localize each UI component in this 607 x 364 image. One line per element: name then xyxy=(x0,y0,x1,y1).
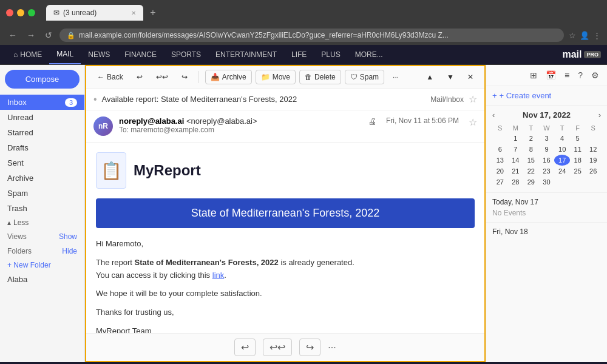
calendar-day[interactable]: 1 xyxy=(508,133,524,144)
calendar-day[interactable]: 18 xyxy=(570,155,586,166)
calendar-day[interactable]: 15 xyxy=(523,155,539,166)
minimize-button[interactable] xyxy=(17,9,24,16)
nav-item-home[interactable]: ⌂ HOME xyxy=(6,46,49,64)
sidebar-item-sent[interactable]: Sent xyxy=(0,155,84,170)
sidebar-item-archive[interactable]: Archive xyxy=(0,170,84,186)
nav-item-mail[interactable]: MAIL xyxy=(49,45,81,64)
forward-button[interactable]: → xyxy=(24,29,38,41)
cal-grid-view-button[interactable]: ⊞ xyxy=(527,69,540,82)
calendar-day[interactable]: 12 xyxy=(585,144,601,155)
archive-button[interactable]: 📥 Archive xyxy=(205,70,252,84)
menu-icon[interactable]: ⋮ xyxy=(593,31,601,40)
sidebar-item-drafts[interactable]: Drafts xyxy=(0,140,84,155)
nav-item-entertainment[interactable]: ENTERTAINMENT xyxy=(208,46,284,64)
url-bar[interactable]: 🔒 mail.example.com/folders/messages/AISO… xyxy=(59,29,564,42)
move-button[interactable]: 📁 Move xyxy=(256,70,296,84)
create-event-button[interactable]: + + Create event xyxy=(486,86,607,106)
nav-item-life[interactable]: LIFE xyxy=(284,46,314,64)
calendar-day[interactable]: 5 xyxy=(570,133,586,144)
calendar-day[interactable]: 13 xyxy=(492,155,508,166)
calendar-day[interactable]: 3 xyxy=(539,133,555,144)
less-button[interactable]: ▴ Less xyxy=(0,216,84,229)
close-button[interactable] xyxy=(6,9,13,16)
calendar-day[interactable]: 9 xyxy=(539,144,555,155)
footer-forward-button[interactable]: ↪ xyxy=(299,339,320,356)
reply-all-icon[interactable]: ↩↩ xyxy=(151,70,173,84)
calendar-day[interactable]: 14 xyxy=(508,155,524,166)
report-title: MyReport xyxy=(134,162,201,179)
cal-list-view-button[interactable]: ≡ xyxy=(561,69,572,82)
access-link[interactable]: link xyxy=(212,271,225,280)
reply-back-icon[interactable]: ↩ xyxy=(132,70,148,84)
report-banner-text: State of Mediterranean's Forests, 2022 xyxy=(191,207,380,219)
calendar-day[interactable]: 27 xyxy=(492,177,508,187)
nav-item-more[interactable]: MORE... xyxy=(348,46,390,64)
cal-help-button[interactable]: ? xyxy=(575,69,586,82)
cal-header-t2: T xyxy=(554,123,570,133)
folders-hide-button[interactable]: Hide xyxy=(62,247,77,255)
calendar-day[interactable]: 30 xyxy=(539,177,555,187)
refresh-button[interactable]: ↺ xyxy=(42,29,55,41)
calendar-day[interactable]: 23 xyxy=(539,166,555,177)
expand-down-icon[interactable]: ▼ xyxy=(442,70,459,84)
bookmark-icon[interactable]: ☆ xyxy=(569,31,576,40)
nav-item-finance[interactable]: FINANCE xyxy=(117,46,164,64)
nav-item-sports[interactable]: SPORTS xyxy=(164,46,208,64)
print-icon[interactable]: 🖨 xyxy=(368,116,376,126)
close-email-button[interactable]: ✕ xyxy=(463,70,478,84)
calendar-day[interactable]: 2 xyxy=(523,133,539,144)
add-tab-button[interactable]: + xyxy=(146,5,160,20)
back-to-list-button[interactable]: ← Back xyxy=(92,70,128,84)
calendar-day[interactable]: 25 xyxy=(570,166,586,177)
active-tab[interactable]: ✉ (3 unread) ✕ xyxy=(46,5,143,21)
new-folder-button[interactable]: + New Folder xyxy=(0,258,84,272)
sidebar-item-alaba[interactable]: Alaba xyxy=(0,272,84,287)
nav-item-plus[interactable]: PLUS xyxy=(314,46,347,64)
star-icon[interactable]: ☆ xyxy=(469,93,477,105)
unread-dot: • xyxy=(93,94,97,105)
calendar-day[interactable]: 21 xyxy=(508,166,524,177)
calendar-day[interactable]: 7 xyxy=(508,144,524,155)
cal-settings-button[interactable]: ⚙ xyxy=(588,69,602,82)
sidebar-item-starred[interactable]: Starred xyxy=(0,125,84,140)
footer-reply-button[interactable]: ↩ xyxy=(234,339,256,356)
calendar-day[interactable]: 16 xyxy=(539,155,555,166)
email-panel: ← Back ↩ ↩↩ ↪ 📥 Archive 📁 Move 🗑 Delete … xyxy=(85,65,486,362)
footer-reply-all-button[interactable]: ↩↩ xyxy=(263,339,292,356)
calendar-day[interactable]: 8 xyxy=(523,144,539,155)
delete-button[interactable]: 🗑 Delete xyxy=(299,70,341,84)
cal-month-view-button[interactable]: 📅 xyxy=(543,69,559,82)
maximize-button[interactable] xyxy=(28,9,35,16)
back-button[interactable]: ← xyxy=(6,29,19,41)
calendar-day[interactable]: 28 xyxy=(508,177,524,187)
cal-next-button[interactable]: › xyxy=(599,110,601,120)
calendar-day[interactable]: 24 xyxy=(554,166,570,177)
calendar-day[interactable]: 11 xyxy=(570,144,586,155)
views-show-button[interactable]: Show xyxy=(59,232,77,241)
footer-more-button[interactable]: ··· xyxy=(328,342,336,353)
more-options-button[interactable]: ··· xyxy=(388,70,404,84)
calendar-day[interactable]: 26 xyxy=(585,166,601,177)
calendar-day[interactable]: 17 xyxy=(554,155,570,166)
calendar-day[interactable]: 22 xyxy=(523,166,539,177)
sidebar-item-unread[interactable]: Unread xyxy=(0,110,84,125)
expand-up-icon[interactable]: ▲ xyxy=(421,70,438,84)
calendar-day[interactable]: 6 xyxy=(492,144,508,155)
back-arrow-icon: ← xyxy=(97,73,104,81)
nav-item-news[interactable]: NEWS xyxy=(81,46,117,64)
tab-close-icon[interactable]: ✕ xyxy=(131,10,136,16)
compose-button[interactable]: Compose xyxy=(5,70,80,89)
sidebar-item-inbox[interactable]: Inbox 3 xyxy=(0,95,84,110)
sidebar-item-spam[interactable]: Spam xyxy=(0,186,84,201)
star-email-icon[interactable]: ☆ xyxy=(469,116,477,128)
profile-icon[interactable]: 👤 xyxy=(580,31,589,40)
cal-prev-button[interactable]: ‹ xyxy=(492,110,495,120)
calendar-day[interactable]: 4 xyxy=(554,133,570,144)
calendar-day[interactable]: 20 xyxy=(492,166,508,177)
spam-button[interactable]: 🛡 Spam xyxy=(345,70,384,84)
forward-icon[interactable]: ↪ xyxy=(177,70,192,84)
calendar-day[interactable]: 29 xyxy=(523,177,539,187)
calendar-day[interactable]: 19 xyxy=(585,155,601,166)
sidebar-item-trash[interactable]: Trash xyxy=(0,201,84,216)
calendar-day[interactable]: 10 xyxy=(554,144,570,155)
